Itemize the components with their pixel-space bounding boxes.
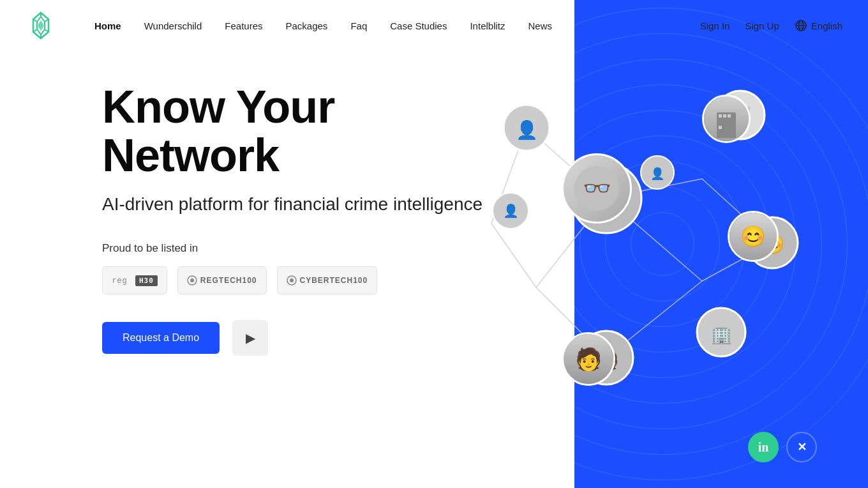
avatar-node-woman-right: 😊: [728, 211, 779, 262]
svg-text:👤: 👤: [503, 203, 519, 218]
language-label: English: [811, 20, 842, 31]
linkedin-button[interactable]: in: [748, 432, 779, 462]
badge-cybertech-label: CYBERTECH100: [300, 276, 368, 285]
hero-section: Know Your Network AI-driven platform for…: [102, 83, 498, 356]
cybertech-icon: [287, 275, 297, 286]
nav-intelblitz[interactable]: Intelblitz: [470, 20, 505, 31]
logo-icon: [26, 10, 56, 41]
hero-title: Know Your Network: [102, 83, 498, 179]
social-icons: in ✕: [748, 432, 817, 462]
avatar-node-glasses-man: 👓: [562, 153, 632, 224]
sign-in-link[interactable]: Sign In: [700, 20, 730, 31]
badge-regtech-label: REGTECH100: [200, 276, 257, 285]
sign-up-link[interactable]: Sign Up: [745, 20, 779, 31]
page-wrapper: Home Wunderschild Features Packages Faq …: [0, 0, 868, 488]
play-button[interactable]: ▶: [232, 320, 268, 356]
proud-label: Proud to be listed in: [102, 242, 498, 255]
svg-line-27: [491, 224, 536, 287]
svg-text:👤: 👤: [516, 119, 538, 141]
avatar-node-man-bottom: 🧑: [562, 332, 615, 386]
nav-case-studies[interactable]: Case Studies: [390, 20, 447, 31]
svg-point-17: [290, 278, 294, 282]
main-nav: Home Wunderschild Features Packages Faq …: [94, 20, 700, 31]
regtech-icon: [187, 275, 197, 286]
nav-faq[interactable]: Faq: [350, 20, 367, 31]
avatar-node-building-top: [702, 95, 751, 143]
svg-point-15: [190, 278, 194, 282]
twitter-button[interactable]: ✕: [786, 432, 817, 462]
hero-subtitle: AI-driven platform for financial crime i…: [102, 192, 498, 217]
badge-regtech100: REGTECH100: [177, 266, 267, 294]
play-icon: ▶: [246, 330, 255, 346]
language-selector[interactable]: English: [795, 19, 842, 32]
twitter-icon: ✕: [797, 440, 807, 454]
nav-packages[interactable]: Packages: [286, 20, 328, 31]
globe-icon: [795, 19, 807, 32]
nav-features[interactable]: Features: [225, 20, 262, 31]
nav-wunderschild[interactable]: Wunderschild: [144, 20, 202, 31]
nav-home[interactable]: Home: [94, 20, 121, 31]
badge-cybertech100: CYBERTECH100: [277, 266, 378, 294]
badge-row: reg H30 REGTECH100 CYBERTECH100: [102, 266, 498, 294]
svg-marker-2: [38, 20, 43, 31]
svg-text:👤: 👤: [650, 167, 665, 181]
cta-row: Request a Demo ▶: [102, 320, 498, 356]
header: Home Wunderschild Features Packages Faq …: [0, 0, 868, 51]
linkedin-icon: in: [758, 440, 769, 455]
nav-news[interactable]: News: [528, 20, 552, 31]
badge-reg30: reg H30: [102, 266, 167, 294]
demo-button[interactable]: Request a Demo: [102, 322, 220, 354]
logo[interactable]: [26, 10, 56, 41]
badge-reg30-label: reg H30: [112, 276, 158, 285]
header-right: Sign In Sign Up English: [700, 19, 842, 32]
svg-text:🏢: 🏢: [710, 324, 733, 345]
